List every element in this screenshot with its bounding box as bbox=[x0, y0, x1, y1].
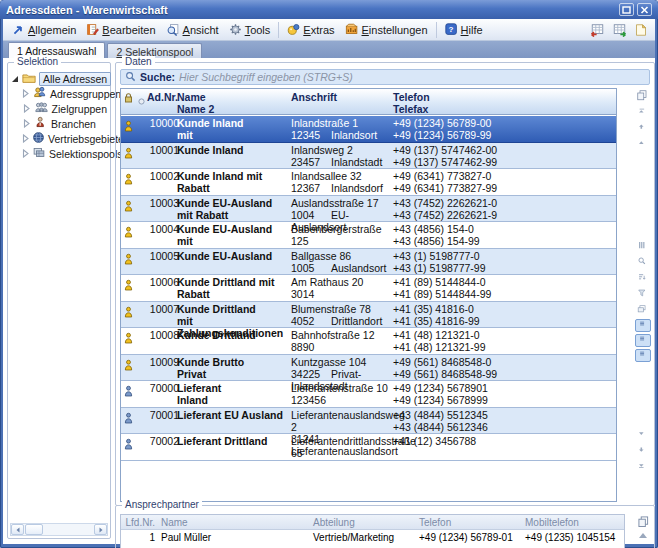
hscroll-thumb[interactable] bbox=[25, 524, 43, 535]
table-export-button[interactable] bbox=[587, 21, 607, 39]
copy-icon[interactable] bbox=[635, 514, 651, 528]
address-row[interactable]: 10001 Kunde Inland Inlandsweg 223457Inla… bbox=[121, 143, 616, 170]
copy-icon[interactable] bbox=[635, 89, 651, 103]
address-row[interactable]: 70002 Lieferant Drittland Lieferantendri… bbox=[121, 434, 616, 461]
filter-icon[interactable] bbox=[635, 287, 651, 301]
address-row[interactable]: 10005 Kunde EU-Ausland Ballgasse 861005A… bbox=[121, 249, 616, 276]
table-import-button[interactable] bbox=[609, 21, 629, 39]
address-fax: +49 (561) 8468548-99 bbox=[393, 368, 613, 380]
chevron-collapsed-icon[interactable] bbox=[22, 89, 29, 98]
chevron-expanded-icon[interactable] bbox=[11, 75, 19, 83]
zoom-icon[interactable] bbox=[635, 255, 651, 269]
contact-column-abteilung[interactable]: Abteilung bbox=[313, 517, 355, 528]
menu-item-bearbeiten[interactable]: Bearbeiten bbox=[81, 22, 160, 37]
chevron-collapsed-icon[interactable] bbox=[22, 134, 29, 143]
svg-text:?: ? bbox=[448, 25, 453, 34]
column-adnr[interactable]: Ad.Nr. bbox=[147, 91, 178, 103]
contact-column-name[interactable]: Name bbox=[161, 517, 188, 528]
down-icon[interactable] bbox=[635, 428, 651, 442]
address-street: Lieferantendrittlandsstraße 65 bbox=[291, 435, 391, 459]
view-list-3-icon[interactable] bbox=[635, 349, 651, 362]
address-type-icon bbox=[124, 278, 136, 295]
scroll-up-icon[interactable] bbox=[635, 528, 651, 542]
menu-item-tools[interactable]: Tools bbox=[224, 22, 276, 37]
title-bar: Adressdaten - Warenwirtschaft bbox=[0, 0, 658, 19]
address-number: 10004 bbox=[147, 223, 179, 235]
search-input[interactable]: Hier Suchbegriff eingeben (STRG+S) bbox=[179, 71, 353, 83]
address-row[interactable]: 10003 Kunde EU-Ausland mit Rabatt Auslan… bbox=[121, 196, 616, 223]
up-icon[interactable] bbox=[635, 137, 651, 151]
address-rows: 10000 Kunde Inlandmit Zahlungskondition … bbox=[121, 116, 616, 501]
tree-root-label[interactable]: Alle Adressen bbox=[39, 72, 111, 86]
column-anschrift[interactable]: Anschrift bbox=[291, 91, 337, 103]
chevron-collapsed-icon[interactable] bbox=[22, 104, 31, 113]
chevron-collapsed-icon[interactable] bbox=[22, 149, 29, 158]
column-telefon[interactable]: Telefon bbox=[393, 91, 430, 103]
view-list-2-icon[interactable] bbox=[635, 334, 651, 347]
search-bar[interactable]: Suche: Hier Suchbegriff eingeben (STRG+S… bbox=[120, 69, 650, 85]
address-zip: 34225 bbox=[291, 368, 331, 380]
tree-item-selektionspools[interactable]: Selektionspools bbox=[11, 146, 107, 161]
view-list-1-icon[interactable] bbox=[635, 319, 651, 332]
tree-item-adressgruppen[interactable]: Adressgruppen bbox=[11, 86, 107, 101]
address-type-icon bbox=[124, 384, 136, 401]
address-row[interactable]: 10007 Kunde Drittlandmit Zahlungskonditi… bbox=[121, 302, 616, 329]
column-telefax[interactable]: Telefax bbox=[393, 103, 428, 115]
contact-row[interactable]: 1 Paul Müller Vertrieb/Marketing +49 (12… bbox=[121, 531, 624, 544]
address-row[interactable]: 70000 LieferantInland Lieferantenstraße … bbox=[121, 381, 616, 408]
address-row[interactable]: 10008 Kunde Drittland Bahnhofstraße 1288… bbox=[121, 328, 616, 355]
column-name[interactable]: Name bbox=[177, 91, 206, 103]
menu-item-extras[interactable]: Extras bbox=[282, 22, 339, 37]
menu-item-einstellungen[interactable]: Einstellungen bbox=[340, 22, 433, 37]
address-street: Bahnhofstraße 12 bbox=[291, 329, 391, 341]
address-row[interactable]: 10009 Kunde BruttoPrivat Kuntzgasse 1043… bbox=[121, 355, 616, 382]
address-row[interactable]: 70001 Lieferant EU Ausland Lieferantenau… bbox=[121, 408, 616, 435]
close-button[interactable] bbox=[637, 3, 652, 16]
contact-column-nr[interactable]: Lfd.Nr. bbox=[121, 517, 155, 528]
lock-column-icon[interactable] bbox=[124, 93, 133, 105]
scroll-first-icon[interactable] bbox=[635, 105, 651, 119]
scroll-last-icon[interactable] bbox=[635, 460, 651, 474]
address-name: Kunde Inland bbox=[177, 144, 289, 156]
tree-item-vertriebsgebiete[interactable]: Vertriebsgebiete bbox=[11, 131, 107, 146]
cards-icon[interactable] bbox=[635, 303, 651, 317]
chevron-collapsed-icon[interactable] bbox=[22, 119, 31, 128]
status-column-icon[interactable] bbox=[138, 95, 145, 107]
address-phone: +49 (137) 5747462-00 bbox=[393, 144, 613, 156]
address-street: Lieferantenauslandsweg 2 bbox=[291, 409, 391, 433]
address-type-icon bbox=[124, 331, 136, 348]
address-row[interactable]: 10000 Kunde Inlandmit Zahlungskondition … bbox=[121, 116, 616, 143]
address-row[interactable]: 10002 Kunde Inland mit Rabatt Inlandsall… bbox=[121, 169, 616, 196]
app-window: Adressdaten - Warenwirtschaft Allgemein … bbox=[0, 0, 658, 548]
contact-column-mobil[interactable]: Mobiltelefon bbox=[525, 517, 579, 528]
address-fax: +41 (48) 121321-99 bbox=[393, 341, 613, 353]
columns-icon[interactable] bbox=[635, 239, 651, 253]
address-number: 10009 bbox=[147, 356, 179, 368]
address-street: Inlandsweg 2 bbox=[291, 144, 391, 156]
sort-icon[interactable] bbox=[635, 271, 651, 285]
new-document-button[interactable] bbox=[631, 21, 651, 39]
address-row[interactable]: 10004 Kunde EU-Auslandmit Zahlungskondti… bbox=[121, 222, 616, 249]
address-row[interactable]: 10006 Kunde Drittland mit Rabatt Am Rath… bbox=[121, 275, 616, 302]
scroll-left-icon[interactable] bbox=[11, 524, 24, 535]
address-zip: 123456 bbox=[291, 394, 331, 406]
contact-column-telefon[interactable]: Telefon bbox=[419, 517, 451, 528]
column-name2[interactable]: Name 2 bbox=[177, 103, 214, 115]
grid-header: Ad.Nr. Name Name 2 Anschrift Telefon Tel… bbox=[121, 89, 616, 115]
tree-item-branchen[interactable]: Branchen bbox=[11, 116, 107, 131]
selection-hscrollbar[interactable] bbox=[10, 523, 108, 536]
scroll-up-icon[interactable] bbox=[635, 121, 651, 135]
menu-item-hilfe[interactable]: ? Hilfe bbox=[440, 22, 488, 37]
scroll-down-icon[interactable] bbox=[635, 444, 651, 458]
scroll-right-icon[interactable] bbox=[94, 524, 107, 535]
tree-root-alle-adressen[interactable]: Alle Adressen bbox=[11, 71, 107, 86]
restore-button[interactable] bbox=[619, 3, 634, 16]
address-phone: +49 (561) 8468548-0 bbox=[393, 356, 613, 368]
address-name: Kunde EU-Ausland mit Rabatt bbox=[177, 197, 289, 221]
tree-item-zielgruppen[interactable]: Zielgruppen bbox=[11, 101, 107, 116]
address-phone: +41 (48) 121321-0 bbox=[393, 329, 613, 341]
menu-item-ansicht[interactable]: Ansicht bbox=[161, 22, 224, 37]
menu-item-allgemein[interactable]: Allgemein bbox=[7, 22, 81, 37]
address-fax: +41 (89) 5144844-99 bbox=[393, 288, 613, 300]
address-name: Lieferant bbox=[177, 382, 289, 394]
